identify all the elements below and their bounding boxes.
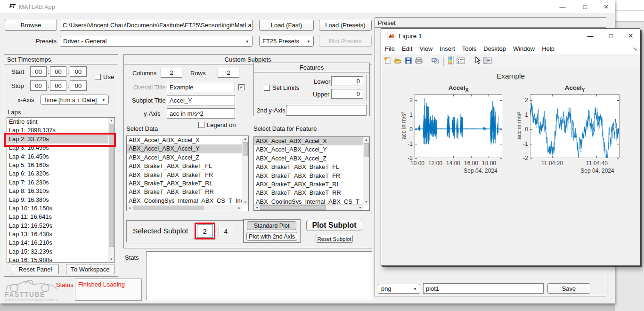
channel-item[interactable]: ABX_Accel_ABX_Accel_X bbox=[127, 136, 242, 144]
load-presets-button[interactable]: Load (Presets) bbox=[319, 20, 372, 31]
scrollbar-thumb[interactable] bbox=[364, 143, 369, 157]
select-data-vscrollbar[interactable]: ▲ ▼ bbox=[242, 136, 248, 205]
feature-channel-item[interactable]: ABX_Accel_ABX_Accel_Y bbox=[254, 145, 363, 154]
save-icon[interactable] bbox=[405, 57, 412, 66]
yaxis-field[interactable]: acc in m/s^2 bbox=[167, 108, 235, 119]
feature-channel-item[interactable]: ABX_BrakeT_ABX_BrakeT_FR bbox=[254, 172, 363, 180]
subplot-total-field[interactable]: 4 bbox=[219, 226, 233, 237]
lap-item[interactable]: Lap 16: 15.980s bbox=[7, 256, 108, 263]
start-minute-field[interactable]: 00 bbox=[50, 66, 66, 77]
link-plot-icon[interactable] bbox=[431, 57, 440, 66]
channel-item[interactable]: ABX_BrakeT_ABX_BrakeT_FL bbox=[127, 162, 242, 170]
ft25-presets-dropdown[interactable]: FT25 Presets ▼ bbox=[259, 36, 314, 47]
lower-field[interactable]: 0 bbox=[331, 76, 363, 86]
lap-item[interactable]: Lap 9: 16.380s bbox=[7, 196, 108, 204]
channel-item[interactable]: ABX_BrakeT_ABX_BrakeT_FR bbox=[127, 171, 242, 179]
feature-channel-item[interactable]: ABX_Accel_ABX_Accel_Z bbox=[254, 154, 363, 163]
lap-item[interactable]: Lap 4: 16.450s bbox=[7, 152, 108, 161]
menu-edit[interactable]: Edit bbox=[402, 45, 412, 52]
property-inspector-icon[interactable] bbox=[483, 57, 492, 66]
menu-file[interactable]: File bbox=[385, 45, 395, 52]
menu-insert[interactable]: Insert bbox=[440, 45, 455, 52]
use-checkbox[interactable] bbox=[95, 74, 101, 80]
dock-arrow-icon[interactable]: ↘ bbox=[633, 46, 637, 52]
feature-channel-item[interactable]: ABX_BrakeT_ABX_BrakeT_RL bbox=[254, 180, 363, 189]
save-button[interactable]: Save bbox=[547, 283, 590, 294]
minimize-button[interactable]: — bbox=[552, 0, 573, 13]
scroll-up-icon[interactable]: ▲ bbox=[242, 136, 248, 142]
cursor-arrow-icon[interactable] bbox=[474, 56, 481, 66]
select-data-hscrollbar[interactable]: ◄ ► bbox=[127, 205, 242, 211]
channel-item[interactable]: ABX_BrakeT_ABX_BrakeT_RL bbox=[127, 179, 242, 188]
path-input[interactable]: C:\Users\Vincent Chau\Documents\Fasttube… bbox=[60, 20, 253, 31]
stop-minute-field[interactable]: 00 bbox=[50, 80, 66, 91]
lap-item[interactable]: Lap 15: 32.239s bbox=[7, 247, 108, 256]
xaxis-dropdown[interactable]: Time [h:m:s + Date] ▼ bbox=[40, 95, 109, 105]
menu-desktop[interactable]: Desktop bbox=[483, 45, 506, 52]
filename-input[interactable]: plot1 bbox=[423, 283, 544, 294]
open-file-icon[interactable] bbox=[394, 56, 402, 66]
figure-maximize-button[interactable]: □ bbox=[602, 29, 620, 43]
set-limits-checkbox[interactable] bbox=[264, 85, 270, 91]
scroll-left-icon[interactable]: ◄ bbox=[254, 205, 260, 210]
start-hour-field[interactable]: 00 bbox=[30, 66, 47, 77]
legend-checkbox[interactable] bbox=[198, 122, 204, 128]
close-button[interactable]: ✕ bbox=[596, 0, 616, 13]
lap-item[interactable]: Lap 11: 16.641s bbox=[7, 213, 108, 221]
scrollbar-thumb[interactable] bbox=[260, 205, 326, 210]
overall-title-field[interactable]: Example bbox=[167, 82, 235, 92]
feature-channel-item[interactable]: ABX_CoolingSys_Internal_ABX_CS_T_InvL bbox=[254, 198, 363, 205]
maximize-button[interactable]: □ bbox=[575, 0, 595, 13]
figure-minimize-button[interactable]: — bbox=[581, 29, 600, 43]
print-icon[interactable] bbox=[415, 57, 423, 66]
scroll-down-icon[interactable]: ▼ bbox=[242, 199, 248, 205]
feature-channel-item[interactable]: ABX_BrakeT_ABX_BrakeT_RR bbox=[254, 189, 363, 197]
scrollbar-thumb[interactable] bbox=[133, 206, 204, 210]
feature-data-vscrollbar[interactable]: ▲ ▼ bbox=[363, 137, 369, 205]
lap-item[interactable]: Lap 7: 16.230s bbox=[7, 178, 108, 187]
plot-presets-button[interactable]: Plot Presets bbox=[319, 36, 372, 47]
new-figure-icon[interactable] bbox=[383, 56, 391, 66]
scroll-down-icon[interactable]: ▼ bbox=[108, 256, 114, 262]
reset-panel-button[interactable]: Reset Panel bbox=[12, 264, 59, 274]
channel-item[interactable]: ABX_Accel_ABX_Accel_Z bbox=[127, 153, 242, 162]
scroll-down-icon[interactable]: ▼ bbox=[363, 199, 369, 205]
scroll-right-icon[interactable]: ► bbox=[236, 205, 242, 211]
lap-item[interactable]: Lap 12: 16.529s bbox=[7, 222, 108, 230]
channel-item[interactable]: ABX_CoolingSys_Internal_ABX_CS_T_InvL bbox=[127, 197, 242, 205]
lap-item[interactable]: Lap 10: 16.150s bbox=[7, 204, 108, 213]
format-dropdown[interactable]: png ▼ bbox=[378, 284, 420, 294]
menu-view[interactable]: View bbox=[419, 45, 432, 52]
to-workspace-button[interactable]: To Workspace bbox=[66, 264, 114, 274]
plot-with-2nd-axis-button[interactable]: Plot with 2nd Axis bbox=[246, 232, 297, 241]
scroll-right-icon[interactable]: ► bbox=[358, 205, 363, 210]
scroll-left-icon[interactable]: ◄ bbox=[127, 205, 132, 211]
feature-channel-item[interactable]: ABX_BrakeT_ABX_BrakeT_FL bbox=[254, 163, 363, 171]
upper-field[interactable]: 0 bbox=[331, 89, 363, 99]
menu-help[interactable]: Help bbox=[542, 45, 554, 52]
load-fast-button[interactable]: Load (Fast) bbox=[259, 20, 314, 31]
scrollbar-thumb[interactable] bbox=[243, 142, 248, 156]
lap-item[interactable]: Lap 5: 16.160s bbox=[7, 161, 108, 169]
preset-dropdown[interactable]: Driver - General ▼ bbox=[60, 36, 253, 47]
menu-tools[interactable]: Tools bbox=[462, 45, 476, 52]
lap-item[interactable]: Lap 13: 16.430s bbox=[7, 230, 108, 239]
feature-channel-item[interactable]: ABX_Accel_ABX_Accel_X bbox=[254, 137, 363, 145]
figure-close-button[interactable]: ✕ bbox=[621, 29, 640, 43]
feature-data-hscrollbar[interactable]: ◄ ► bbox=[254, 204, 363, 210]
subplot-title-field[interactable]: Accel_Y bbox=[167, 95, 235, 105]
menu-window[interactable]: Window bbox=[513, 45, 535, 52]
plot-subplot-button[interactable]: Plot Subplot bbox=[306, 220, 362, 231]
stop-second-field[interactable]: 00 bbox=[70, 80, 87, 91]
browse-button[interactable]: Browse bbox=[5, 20, 57, 31]
lap-item[interactable]: Lap 8: 16.310s bbox=[7, 187, 108, 195]
lap-item[interactable]: Lap 6: 16.320s bbox=[7, 169, 108, 178]
lap-item[interactable]: Entire stint bbox=[7, 118, 108, 126]
standard-plot-button[interactable]: Standard Plot bbox=[247, 221, 296, 230]
channel-item[interactable]: ABX_BrakeT_ABX_BrakeT_RR bbox=[127, 188, 242, 196]
scroll-up-icon[interactable]: ▲ bbox=[108, 118, 114, 123]
overall-title-checkbox[interactable]: ✓ bbox=[238, 84, 245, 90]
channel-item[interactable]: ABX_Accel_ABX_Accel_Y bbox=[127, 144, 242, 153]
scroll-up-icon[interactable]: ▲ bbox=[363, 137, 369, 143]
second-yaxis-field[interactable] bbox=[286, 105, 367, 116]
